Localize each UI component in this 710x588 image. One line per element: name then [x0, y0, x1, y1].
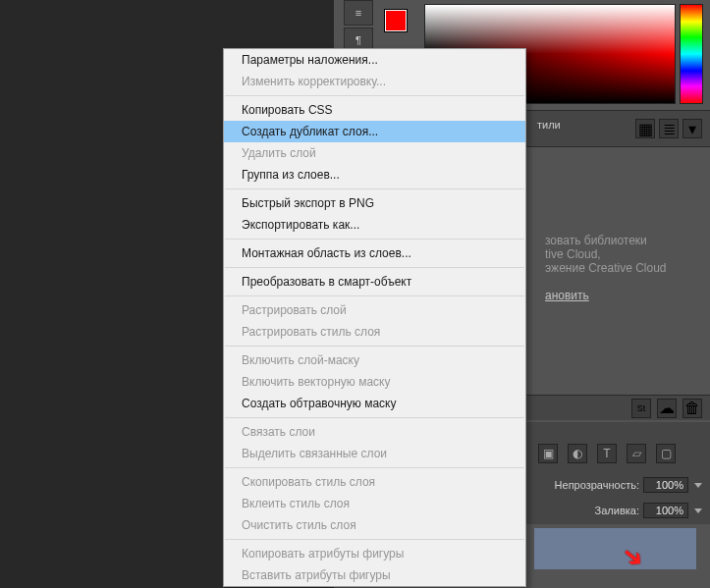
- layer-filter-row: ▣ ◐ T ▱ ▢: [538, 444, 676, 463]
- menu-item: Включить векторную маску: [224, 371, 525, 393]
- menu-separator: [225, 267, 524, 268]
- fill-row: Заливка: 100%: [595, 503, 702, 518]
- menu-separator: [225, 417, 524, 418]
- layer-row[interactable]: [534, 528, 696, 569]
- menu-item[interactable]: Монтажная область из слоев...: [224, 242, 525, 264]
- opacity-value[interactable]: 100%: [643, 477, 688, 493]
- panel-icon-1[interactable]: ≡: [344, 0, 373, 26]
- filter-adjust-icon[interactable]: ◐: [568, 444, 587, 463]
- menu-item: Выделить связанные слои: [224, 443, 525, 464]
- menu-item[interactable]: Группа из слоев...: [224, 164, 525, 186]
- cc-promo-line3: эжение Creative Cloud: [545, 261, 700, 275]
- st-icon[interactable]: St: [631, 399, 651, 418]
- menu-item[interactable]: Создать дубликат слоя...: [224, 121, 525, 142]
- menu-item: Вставить атрибуты фигуры: [224, 564, 525, 586]
- styles-tab-label[interactable]: тили: [537, 119, 561, 131]
- fill-label: Заливка:: [595, 505, 639, 516]
- menu-separator: [225, 539, 524, 540]
- menu-item: Включить слой-маску: [224, 349, 525, 371]
- menu-separator: [225, 346, 524, 347]
- menu-separator: [225, 467, 524, 468]
- menu-item: Удалить слой: [224, 142, 525, 164]
- menu-item[interactable]: Копировать CSS: [224, 99, 525, 121]
- menu-item[interactable]: Преобразовать в смарт-объект: [224, 271, 525, 293]
- filter-image-icon[interactable]: ▣: [538, 444, 558, 463]
- menu-item: Вклеить стиль слоя: [224, 493, 525, 514]
- opacity-label: Непрозрачность:: [555, 479, 639, 491]
- cc-promo-line1: зовать библиотеки: [545, 234, 700, 247]
- foreground-background-swatch[interactable]: [385, 10, 414, 39]
- trash-icon[interactable]: 🗑: [683, 399, 702, 418]
- cc-promo-line2: tive Cloud,: [545, 247, 700, 261]
- filter-type-icon[interactable]: T: [597, 444, 617, 463]
- list-icon[interactable]: ≣: [659, 119, 679, 138]
- menu-separator: [225, 239, 524, 240]
- panel-options-bar: St ☁ 🗑: [525, 395, 710, 420]
- panel-menu-icon[interactable]: ▾: [683, 119, 702, 138]
- fill-value[interactable]: 100%: [643, 503, 688, 518]
- menu-separator: [225, 295, 524, 296]
- foreground-color-swatch[interactable]: [385, 10, 407, 31]
- menu-item: Растрировать стиль слоя: [224, 321, 525, 343]
- panel-icon-column: ≡ ¶: [344, 0, 373, 55]
- menu-item: Изменить корректировку...: [224, 71, 525, 92]
- filter-smart-icon[interactable]: ▢: [656, 444, 676, 463]
- menu-item: Очистить стиль слоя: [224, 514, 525, 536]
- link-cloud-icon[interactable]: ☁: [657, 399, 677, 418]
- menu-item[interactable]: Параметры наложения...: [224, 49, 525, 71]
- menu-item[interactable]: Быстрый экспорт в PNG: [224, 192, 525, 214]
- menu-item[interactable]: Экспортировать как...: [224, 214, 525, 236]
- menu-separator: [225, 95, 524, 96]
- opacity-row: Непрозрачность: 100%: [555, 477, 702, 493]
- styles-panel: тили ▦ ≣ ▾: [525, 110, 710, 147]
- chevron-down-icon[interactable]: [694, 508, 702, 513]
- menu-item: Связать слои: [224, 421, 525, 443]
- cc-promo-link[interactable]: ановить: [545, 289, 589, 302]
- cc-libraries-promo: зовать библиотеки tive Cloud, эжение Cre…: [525, 147, 710, 373]
- menu-item: Копировать атрибуты фигуры: [224, 543, 525, 564]
- menu-item: Растрировать слой: [224, 299, 525, 321]
- filter-shape-icon[interactable]: ▱: [627, 444, 646, 463]
- menu-separator: [225, 188, 524, 189]
- layer-context-menu: Параметры наложения...Изменить корректир…: [223, 48, 526, 587]
- chevron-down-icon[interactable]: [694, 483, 702, 488]
- thumb-grid-icon[interactable]: ▦: [635, 119, 655, 138]
- menu-item: Скопировать стиль слоя: [224, 471, 525, 493]
- hue-slider[interactable]: [680, 4, 703, 104]
- menu-item[interactable]: Создать обтравочную маску: [224, 393, 525, 414]
